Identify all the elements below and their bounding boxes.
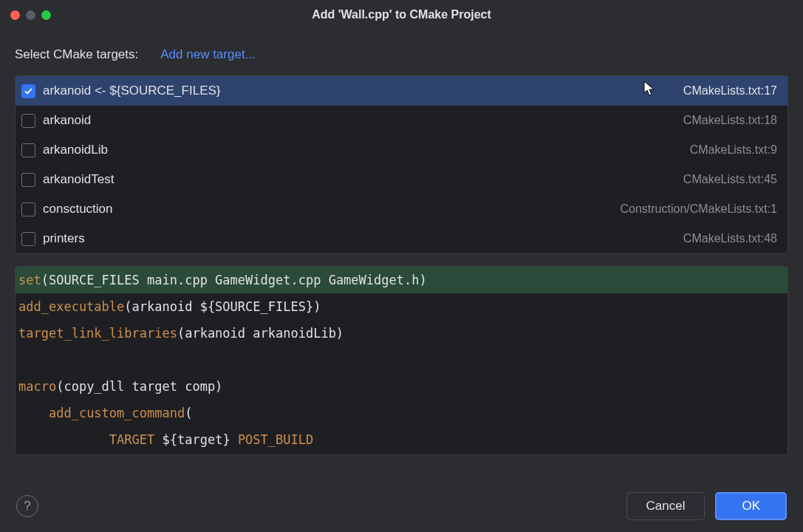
cmake-code-preview: set(SOURCE_FILES main.cpp GameWidget.cpp… [15, 266, 788, 455]
code-line: add_executable(arkanoid ${SOURCE_FILES}) [16, 293, 787, 320]
target-checkbox[interactable] [21, 143, 35, 157]
target-row[interactable]: arkanoidTest CMakeLists.txt:45 [16, 165, 787, 194]
target-checkbox[interactable] [21, 173, 35, 187]
ok-button[interactable]: OK [715, 492, 787, 520]
add-new-target-link[interactable]: Add new target... [160, 47, 256, 62]
titlebar: Add 'Wall.cpp' to CMake Project [0, 0, 803, 30]
code-line [16, 347, 787, 373]
target-location: CMakeLists.txt:17 [683, 84, 777, 98]
window-controls [10, 10, 51, 20]
code-line: set(SOURCE_FILES main.cpp GameWidget.cpp… [16, 267, 787, 293]
target-location: Construction/CMakeLists.txt:1 [620, 202, 777, 216]
target-location: CMakeLists.txt:18 [683, 114, 777, 127]
help-button[interactable]: ? [16, 495, 38, 517]
targets-list: arkanoid <- ${SOURCE_FILES} CMakeLists.t… [15, 75, 788, 254]
code-line: TARGET ${target} POST_BUILD [16, 426, 787, 453]
target-label: arkanoidTest [43, 172, 676, 187]
code-line: macro(copy_dll target comp) [16, 373, 787, 400]
target-label: arkanoid [43, 113, 676, 128]
target-location: CMakeLists.txt:48 [683, 232, 777, 245]
target-location: CMakeLists.txt:9 [690, 143, 777, 157]
minimize-icon[interactable] [26, 10, 35, 20]
target-checkbox[interactable] [21, 84, 35, 98]
cancel-button[interactable]: Cancel [626, 492, 705, 520]
target-row[interactable]: printers CMakeLists.txt:48 [16, 224, 787, 253]
target-label: arkanoidLib [43, 143, 683, 157]
target-checkbox[interactable] [21, 114, 35, 128]
target-row[interactable]: consctuction Construction/CMakeLists.txt… [16, 194, 787, 224]
target-row[interactable]: arkanoid <- ${SOURCE_FILES} CMakeLists.t… [16, 76, 787, 106]
code-line: add_custom_command( [16, 400, 787, 426]
dialog-footer: ? Cancel OK [0, 482, 803, 532]
target-label: printers [43, 231, 676, 246]
code-line: target_link_libraries(arkanoid arkanoidL… [16, 320, 787, 347]
header-row: Select CMake targets: Add new target... [0, 30, 803, 75]
close-icon[interactable] [10, 10, 20, 20]
target-label: consctuction [43, 202, 612, 216]
target-row[interactable]: arkanoidLib CMakeLists.txt:9 [16, 135, 787, 165]
target-label: arkanoid <- ${SOURCE_FILES} [43, 83, 676, 98]
target-row[interactable]: arkanoid CMakeLists.txt:18 [16, 106, 787, 135]
maximize-icon[interactable] [41, 10, 51, 20]
window-title: Add 'Wall.cpp' to CMake Project [312, 8, 491, 21]
target-checkbox[interactable] [21, 202, 35, 216]
target-checkbox[interactable] [21, 232, 35, 246]
target-location: CMakeLists.txt:45 [683, 173, 777, 186]
select-targets-label: Select CMake targets: [15, 47, 138, 62]
